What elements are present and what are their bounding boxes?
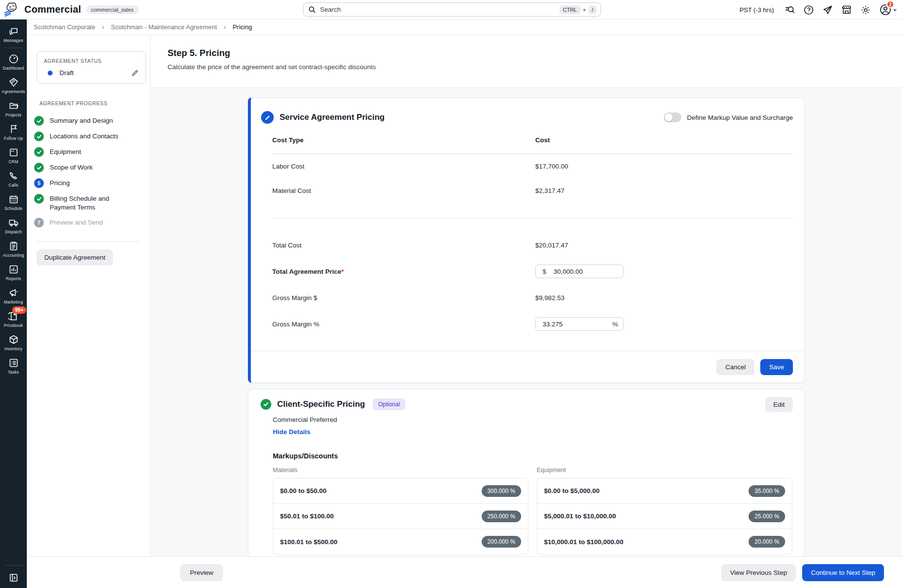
search-input[interactable] (320, 6, 560, 13)
sidebar-item-dispatch[interactable]: Dispatch (0, 215, 27, 236)
sidebar-item-tasks[interactable]: Tasks (0, 355, 27, 377)
agreement-status-title: AGREEMENT STATUS (44, 58, 139, 64)
completed-check-icon (261, 399, 271, 410)
toggle-label: Define Markup Value and Surcharge (687, 114, 793, 121)
duplicate-agreement-button[interactable]: Duplicate Agreement (37, 249, 113, 266)
progress-step-summary[interactable]: Summary and Design (27, 113, 150, 129)
sidebar-item-inventory[interactable]: Inventory (0, 332, 27, 353)
page-title: Step 5. Pricing (168, 48, 902, 58)
help-icon[interactable] (803, 4, 814, 15)
markup-row: $10,000.01 to $100,000.00 20.000 % (537, 529, 792, 554)
preview-button[interactable]: Preview (180, 564, 223, 581)
sidebar-item-follow-up[interactable]: Follow Up (0, 121, 27, 143)
wizard-footer: Preview View Previous Step Continue to N… (27, 556, 902, 588)
markup-surcharge-toggle[interactable] (664, 113, 681, 122)
markups-discounts-title: Markups/Discounts (273, 452, 804, 460)
markup-percent-badge: 300.000 % (482, 485, 521, 497)
labor-cost-row: Labor Cost $17,700.00 (272, 154, 793, 178)
status-value: Draft (59, 69, 132, 76)
global-search[interactable]: CTRL + / (303, 2, 601, 17)
truck-icon (8, 217, 19, 228)
collapse-sidebar-icon[interactable] (8, 572, 19, 583)
sidebar-item-reports[interactable]: Reports (0, 262, 27, 283)
service-agreement-pricing-card: Service Agreement Pricing Define Markup … (248, 97, 805, 383)
sidebar-item-pricebook[interactable]: 99+ Pricebook (0, 308, 27, 330)
sidebar-item-calls[interactable]: Calls (0, 168, 27, 190)
sidebar: Messages Dashboard Agreements Projects F… (0, 19, 27, 588)
markup-row: $0.00 to $50.00 300.000 % (273, 478, 528, 504)
cost-table: Cost Type Cost Labor Cost $17,700.00 Mat… (251, 136, 804, 337)
gross-margin-dollar-value: $9,982.53 (535, 294, 564, 302)
equipment-label: Equipment (537, 467, 792, 474)
progress-step-equipment[interactable]: Equipment (27, 144, 150, 160)
continue-next-step-button[interactable]: Continue to Next Step (802, 564, 884, 581)
timezone-label: PST (-3 hrs) (739, 6, 774, 14)
tasks-icon (8, 358, 19, 368)
check-circle-icon (34, 194, 44, 204)
material-cost-value: $2,317.47 (535, 187, 564, 194)
markup-percent-badge: 20.000 % (749, 536, 785, 548)
bar-chart-icon (8, 264, 19, 275)
gross-margin-percent-input[interactable] (543, 321, 591, 328)
calendar-icon (8, 194, 19, 205)
equipment-markup-table: $0.00 to $5,000.00 35.000 % $5,000.01 to… (537, 478, 792, 555)
header-actions: PST (-3 hrs) 2 (739, 0, 897, 19)
edit-button[interactable]: Edit (765, 397, 793, 412)
currency-prefix: $ (543, 268, 546, 275)
marketplace-icon[interactable] (841, 4, 852, 15)
check-circle-icon (34, 147, 44, 157)
view-previous-step-button[interactable]: View Previous Step (721, 564, 796, 581)
required-asterisk: * (341, 268, 344, 275)
gross-margin-dollar-row: Gross Margin $ $9,982.53 (272, 285, 793, 311)
progress-step-pricing[interactable]: 5 Pricing (27, 175, 150, 191)
materials-markup-table: $0.00 to $50.00 300.000 % $50.01 to $100… (273, 478, 528, 555)
labor-cost-value: $17,700.00 (535, 163, 568, 170)
flag-icon (8, 124, 19, 134)
sidebar-divider (4, 48, 23, 48)
hide-details-link[interactable]: Hide Details (273, 428, 310, 436)
sidebar-item-projects[interactable]: Projects (0, 98, 27, 119)
materials-label: Materials (273, 467, 528, 474)
sidebar-item-crm[interactable]: CRM (0, 145, 27, 166)
markup-percent-badge: 25.000 % (749, 511, 785, 522)
gross-margin-input-box: % (535, 317, 623, 331)
page-header: Step 5. Pricing Calculate the price of t… (150, 35, 902, 88)
projects-folder-icon (8, 100, 19, 111)
breadcrumb-agreement[interactable]: Scotchman - Maintenance Agreement (111, 23, 217, 31)
page-subtitle: Calculate the price of the agreement and… (168, 63, 902, 71)
progress-step-scope[interactable]: Scope of Work (27, 160, 150, 175)
sidebar-item-agreements[interactable]: Agreements (0, 75, 27, 96)
sidebar-item-dashboard[interactable]: Dashboard (0, 51, 27, 73)
sidebar-item-accounting[interactable]: Accounting (0, 238, 27, 260)
check-circle-icon (34, 132, 44, 141)
top-header: Commercial commercial_sales CTRL + / PST… (0, 0, 902, 19)
megaphone-icon (8, 287, 19, 298)
user-menu[interactable]: 2 (879, 3, 897, 16)
sidebar-item-marketing[interactable]: Marketing (0, 285, 27, 306)
sidebar-item-messages[interactable]: Messages (0, 23, 27, 45)
edit-status-icon[interactable] (132, 69, 139, 76)
app-logo-icon (4, 2, 19, 18)
agreement-status-card: AGREEMENT STATUS Draft (37, 51, 146, 84)
cancel-button[interactable]: Cancel (716, 359, 754, 375)
workspace-badge: commercial_sales (86, 5, 139, 14)
step-number-icon: 5 (34, 178, 44, 188)
card-title: Client-Specific Pricing (277, 399, 365, 409)
editing-pencil-icon (261, 111, 274, 124)
send-icon[interactable] (822, 4, 833, 15)
breadcrumb-company[interactable]: Scotchman Corporate (34, 23, 95, 31)
sidebar-divider (4, 565, 23, 566)
step-number-icon: 7 (34, 218, 44, 228)
agreements-icon (8, 77, 19, 88)
progress-step-billing[interactable]: Billing Schedule and Payment Terms (27, 191, 150, 215)
settings-gear-icon[interactable] (860, 4, 871, 15)
agreement-price-input[interactable] (554, 268, 602, 275)
sidebar-bottom (0, 564, 27, 583)
save-button[interactable]: Save (760, 359, 793, 375)
dashboard-icon (8, 54, 19, 64)
breadcrumb: Scotchman Corporate › Scotchman - Mainte… (27, 19, 902, 35)
sidebar-item-schedule[interactable]: Schedule (0, 191, 27, 213)
main-content: Step 5. Pricing Calculate the price of t… (150, 35, 902, 588)
advanced-search-icon[interactable] (784, 4, 795, 15)
progress-step-locations[interactable]: Locations and Contacts (27, 129, 150, 144)
